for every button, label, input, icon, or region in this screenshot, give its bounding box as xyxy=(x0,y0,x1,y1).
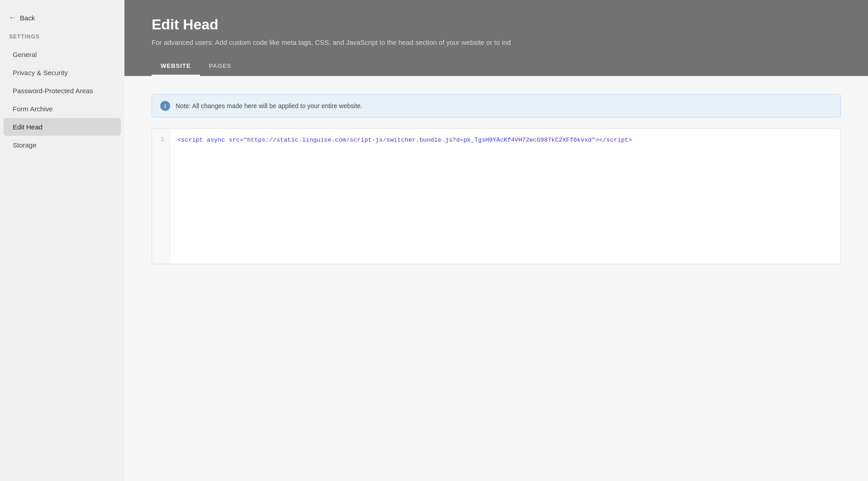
main-content: Edit Head For advanced users: Add custom… xyxy=(124,0,868,481)
sidebar-item-form-archive[interactable]: Form Archive xyxy=(4,100,121,118)
code-editor[interactable]: 1 <script async src="https://static.ling… xyxy=(152,129,841,264)
sidebar-nav: GeneralPrivacy & SecurityPassword-Protec… xyxy=(0,45,124,154)
tab-website[interactable]: WEBSITE xyxy=(152,57,200,76)
settings-section-label: SETTINGS xyxy=(0,31,124,45)
content-area: i Note: All changes made here will be ap… xyxy=(124,76,868,481)
info-banner: i Note: All changes made here will be ap… xyxy=(152,94,841,118)
back-arrow-icon: ← xyxy=(9,14,16,22)
back-button[interactable]: ← Back xyxy=(0,9,124,31)
info-icon: i xyxy=(160,101,170,111)
code-content[interactable]: <script async src="https://static.lingui… xyxy=(170,129,840,264)
tab-pages[interactable]: PAGES xyxy=(200,57,241,76)
page-description: For advanced users: Add custom code like… xyxy=(152,38,841,46)
sidebar-item-general[interactable]: General xyxy=(4,46,121,63)
page-header: Edit Head For advanced users: Add custom… xyxy=(124,0,868,76)
sidebar-item-privacy-security[interactable]: Privacy & Security xyxy=(4,64,121,81)
line-numbers: 1 xyxy=(152,129,170,264)
sidebar-item-storage[interactable]: Storage xyxy=(4,136,121,154)
line-number-1: 1 xyxy=(161,135,164,145)
sidebar-item-password-protected[interactable]: Password-Protected Areas xyxy=(4,82,121,100)
info-banner-text: Note: All changes made here will be appl… xyxy=(176,102,362,110)
sidebar: ← Back SETTINGS GeneralPrivacy & Securit… xyxy=(0,0,124,481)
back-label: Back xyxy=(20,14,35,22)
sidebar-item-edit-head[interactable]: Edit Head xyxy=(4,118,121,136)
page-title: Edit Head xyxy=(152,16,841,33)
tabs-container: WEBSITEPAGES xyxy=(152,57,841,76)
